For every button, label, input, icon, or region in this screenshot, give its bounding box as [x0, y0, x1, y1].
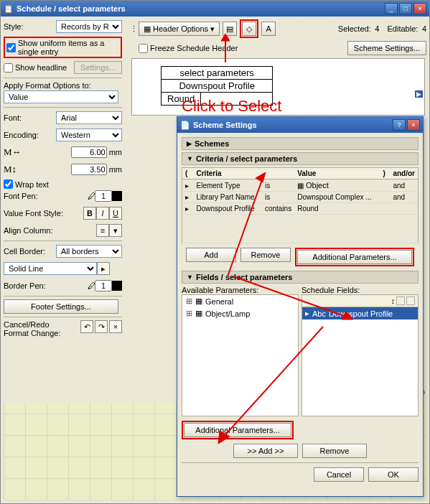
dialog-titlebar: 📄 Scheme Settings ? × [177, 117, 423, 133]
maximize-button[interactable]: □ [399, 3, 412, 14]
dialog-icon: 📄 [180, 121, 190, 130]
font-label: Font: [4, 113, 22, 122]
fontpen-swatch[interactable] [112, 191, 122, 201]
format-button[interactable]: A [261, 22, 276, 36]
criteria-section[interactable]: ▼Criteria / select parameters [182, 152, 419, 165]
close-button[interactable]: × [413, 3, 426, 14]
width-icon: M↔ [4, 146, 22, 158]
fontpen-input[interactable] [95, 190, 112, 202]
arrow-up-icon [221, 34, 230, 62]
linestyle-select[interactable]: Solid Line [4, 262, 97, 275]
select-button[interactable]: ◇ [242, 22, 256, 36]
undo-label: Cancel/RedoFormat Change: [4, 320, 60, 337]
svg-marker-3 [256, 172, 266, 182]
dialog-close-button[interactable]: × [407, 119, 420, 131]
style-select[interactable]: Records by Rows [56, 20, 122, 33]
left-panel: Style:Records by Rows Show uniform items… [4, 19, 122, 340]
row-handle-icon[interactable]: ▶ [415, 90, 423, 98]
font-select[interactable]: Arial [56, 111, 122, 124]
pen-icon-2: 🖊 [88, 281, 95, 290]
separator-handle[interactable]: ⋮ [130, 24, 136, 34]
svg-marker-1 [221, 34, 230, 41]
align-left-button[interactable]: ≡ [96, 224, 109, 237]
cellborder-select[interactable]: All borders [56, 245, 122, 258]
titlebar: 📋 Schedule / select parameters _ □ × [1, 1, 429, 17]
height-input[interactable] [71, 164, 107, 175]
settings-button: Settings... [74, 61, 122, 74]
wrap-checkbox[interactable]: Wrap text [4, 179, 122, 189]
uniform-checkbox[interactable]: Show uniform items as a single entry [6, 39, 119, 56]
ok-button[interactable]: OK [368, 467, 419, 482]
table-icon: ▦ [144, 24, 151, 34]
fontpen-label: Font Pen: [4, 192, 38, 200]
pen-icon: 🖊 [88, 192, 95, 200]
arrow-to-addparams-icon [215, 323, 330, 445]
svg-line-2 [228, 176, 263, 276]
status-text: Selected: 4 Editable: 4 [338, 24, 426, 33]
footer-settings-button[interactable]: Footer Settings... [4, 299, 118, 314]
align-drop-button[interactable]: ▾ [109, 224, 122, 237]
svg-line-6 [223, 327, 323, 438]
encoding-select[interactable]: Western [56, 129, 122, 141]
remove-field-button[interactable]: Remove [302, 444, 367, 458]
linestyle-drop[interactable]: ▸ [97, 262, 110, 275]
bold-button[interactable]: B [83, 207, 96, 220]
svg-line-4 [233, 276, 348, 317]
top-toolbar: ⋮ ▦Header Options▾ ▤ ◇ A Selected: 4 Edi… [130, 19, 426, 55]
uniform-highlight: Show uniform items as a single entry [4, 37, 122, 58]
borderpen-input[interactable] [95, 280, 112, 291]
italic-button[interactable]: I [96, 207, 109, 220]
redo-button[interactable]: ↷ [95, 320, 108, 333]
cellborder-label: Cell Border: [4, 247, 45, 256]
apply-label: Apply Format Options to: [4, 81, 122, 90]
headline-checkbox[interactable]: Show headline [4, 63, 67, 73]
header-options-button[interactable]: ▦Header Options▾ [139, 22, 220, 36]
borderpen-label: Border Pen: [4, 281, 46, 290]
app-icon: 📋 [4, 4, 14, 14]
dialog-help-button[interactable]: ? [393, 119, 406, 131]
width-input[interactable] [71, 146, 107, 158]
style-label: Style: [4, 22, 24, 31]
dialog-title: Scheme Settings [190, 121, 391, 129]
scheme-settings-button[interactable]: Scheme Settings... [347, 41, 426, 55]
apply-select[interactable]: Value [4, 90, 118, 103]
encoding-label: Encoding: [4, 131, 39, 139]
table-header: Downspout Profile [162, 80, 273, 93]
underline-button[interactable]: U [109, 207, 122, 220]
window-title: Schedule / select parameters [14, 4, 383, 13]
vfs-label: Value Font Style: [4, 209, 63, 218]
table-title: select parameters [162, 67, 273, 80]
arrow-to-field-icon [230, 273, 359, 323]
undo-ext-button[interactable]: × [109, 320, 122, 333]
height-icon: M↕ [4, 164, 17, 175]
undo-button[interactable]: ↶ [80, 320, 93, 333]
schemes-section[interactable]: ▶Schemes [182, 137, 419, 150]
undo-redo-controls: ↶ ↷ × [80, 320, 122, 333]
borderpen-swatch[interactable] [112, 281, 122, 291]
add-field-button[interactable]: >> Add >> [233, 444, 298, 458]
cancel-button[interactable]: Cancel [314, 467, 364, 482]
arrow-to-criteria-icon [224, 172, 346, 280]
annotation-text: Click to Select [182, 97, 281, 116]
align-label: Align Column: [4, 226, 52, 235]
minimize-button[interactable]: _ [385, 3, 398, 14]
select-highlight: ◇ [240, 19, 258, 38]
